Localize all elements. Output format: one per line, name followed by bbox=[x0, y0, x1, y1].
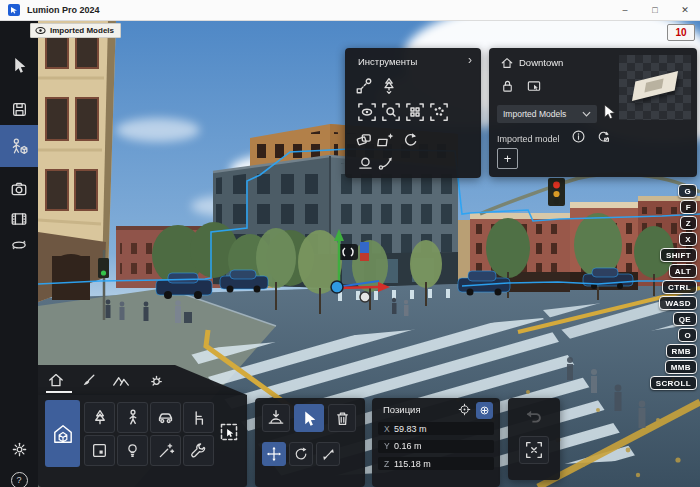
kbd-f: F bbox=[680, 200, 697, 214]
tools-expand-chevron-icon[interactable]: › bbox=[468, 53, 472, 67]
tools-panel-title: Инструменты bbox=[358, 56, 417, 67]
position-panel: Позиция X 59.83 m Y 0.16 m Z 115.18 m bbox=[372, 398, 500, 487]
measure-distance-tool[interactable] bbox=[355, 77, 373, 95]
objects-mode-button[interactable] bbox=[0, 125, 38, 167]
focus-selection-button[interactable] bbox=[519, 436, 549, 464]
reimport-model-icon[interactable] bbox=[595, 129, 611, 144]
tab-materials-brush[interactable] bbox=[76, 368, 100, 392]
category-nature-button[interactable] bbox=[84, 402, 115, 433]
maximize-button[interactable]: □ bbox=[640, 0, 670, 20]
undo-button[interactable] bbox=[523, 406, 543, 426]
kbd-qe: QE bbox=[673, 312, 697, 326]
transform-panel bbox=[255, 398, 365, 487]
rotate-tool-button[interactable] bbox=[289, 442, 313, 466]
kbd-mmb: MMB bbox=[665, 360, 697, 374]
kbd-alt: ALT bbox=[669, 264, 697, 278]
kbd-o: O bbox=[678, 328, 697, 342]
select-scattered-tool[interactable] bbox=[429, 102, 449, 122]
category-dropdown[interactable]: Imported Models bbox=[497, 105, 597, 123]
align-snap-tool[interactable] bbox=[377, 131, 395, 149]
snap-settings-icon[interactable] bbox=[458, 403, 471, 416]
imported-model-section-label: Imported model bbox=[497, 134, 560, 144]
select-tool-button[interactable] bbox=[294, 404, 324, 432]
mode-sidebar: ? bbox=[0, 20, 38, 487]
category-furniture-button[interactable] bbox=[183, 402, 214, 433]
lock-icon[interactable] bbox=[500, 78, 515, 94]
active-tab-underline bbox=[46, 391, 72, 393]
kbd-g: G bbox=[678, 184, 697, 198]
close-button[interactable]: ✕ bbox=[670, 0, 700, 20]
category-decals-button[interactable] bbox=[84, 435, 115, 466]
notification-count-badge[interactable]: 10 bbox=[667, 24, 695, 41]
kbd-x: X bbox=[679, 232, 697, 246]
help-button[interactable]: ? bbox=[0, 463, 38, 487]
place-object-button[interactable] bbox=[262, 404, 290, 432]
lumion-app-window: Lumion Pro 2024 – □ ✕ 10 Imported Models bbox=[0, 0, 700, 487]
select-pointer-icon[interactable] bbox=[602, 104, 617, 121]
category-dropdown-value: Imported Models bbox=[503, 109, 582, 119]
delete-object-button[interactable] bbox=[328, 404, 356, 432]
z-axis-value: 115.18 m bbox=[394, 459, 431, 469]
tab-objects-home[interactable] bbox=[44, 368, 68, 392]
position-y-field[interactable]: Y 0.16 m bbox=[378, 440, 494, 453]
position-z-field[interactable]: Z 115.18 m bbox=[378, 457, 494, 470]
eye-icon bbox=[35, 26, 46, 35]
kbd-shift: SHIFT bbox=[660, 248, 697, 262]
position-panel-title: Позиция bbox=[383, 404, 421, 415]
category-effects-button[interactable] bbox=[150, 435, 181, 466]
object-scale-randomize-tool[interactable] bbox=[380, 77, 398, 95]
window-title: Lumion Pro 2024 bbox=[27, 5, 100, 15]
imported-models-chip-label: Imported Models bbox=[50, 26, 114, 35]
kbd-wasd: WASD bbox=[659, 296, 697, 310]
info-icon[interactable] bbox=[571, 129, 586, 144]
gizmo-handle-primary bbox=[331, 281, 343, 293]
marquee-select-button[interactable] bbox=[216, 419, 242, 445]
minimize-button[interactable]: – bbox=[610, 0, 640, 20]
reset-undo-tool[interactable] bbox=[401, 131, 419, 149]
kbd-z: Z bbox=[680, 216, 697, 230]
model-thumbnail[interactable] bbox=[619, 55, 691, 120]
photo-mode-button[interactable] bbox=[0, 172, 38, 206]
save-project-button[interactable] bbox=[0, 92, 38, 126]
y-axis-label: Y bbox=[384, 441, 394, 451]
absolute-position-toggle[interactable] bbox=[476, 402, 493, 419]
position-x-field[interactable]: X 59.83 m bbox=[378, 422, 494, 435]
show-selection-tool[interactable] bbox=[357, 102, 377, 122]
question-mark-icon: ? bbox=[11, 472, 28, 487]
category-buildings-button[interactable] bbox=[45, 400, 80, 467]
object-panel: Downtown Imported Models Imported model … bbox=[489, 48, 697, 177]
x-axis-value: 59.83 m bbox=[394, 424, 427, 434]
category-lights-button[interactable] bbox=[117, 435, 148, 466]
chevron-down-icon bbox=[582, 111, 591, 117]
category-people-button[interactable] bbox=[117, 402, 148, 433]
kbd-rmb: RMB bbox=[666, 344, 697, 358]
imported-models-visibility-chip[interactable]: Imported Models bbox=[30, 23, 121, 38]
add-model-button[interactable]: + bbox=[497, 148, 518, 169]
gizmo-handle-secondary bbox=[360, 292, 370, 302]
category-transport-button[interactable] bbox=[150, 402, 181, 433]
zoom-to-selection-tool[interactable] bbox=[381, 102, 401, 122]
y-axis-value: 0.16 m bbox=[394, 441, 422, 451]
move-tool-button[interactable] bbox=[262, 442, 286, 466]
object-categories-panel bbox=[38, 395, 247, 487]
randomize-rotation-tool[interactable] bbox=[355, 131, 373, 149]
title-bar: Lumion Pro 2024 – □ ✕ bbox=[0, 0, 700, 21]
select-all-similar-tool[interactable] bbox=[405, 102, 425, 122]
lumion-logo-icon bbox=[8, 4, 20, 16]
history-focus-panel bbox=[508, 398, 560, 480]
category-utilities-button[interactable] bbox=[183, 435, 214, 466]
project-name: Downtown bbox=[519, 57, 563, 68]
settings-button[interactable] bbox=[0, 432, 38, 466]
tools-panel: Инструменты › bbox=[345, 48, 481, 178]
home-project-icon bbox=[500, 56, 514, 70]
z-axis-label: Z bbox=[384, 459, 394, 469]
slope-orientation-tool[interactable] bbox=[377, 154, 395, 172]
select-mode-button[interactable] bbox=[0, 48, 38, 82]
scale-tool-button[interactable] bbox=[316, 442, 340, 466]
place-on-ground-tool[interactable] bbox=[357, 154, 375, 172]
panorama-mode-button[interactable] bbox=[0, 228, 38, 262]
tab-landscape-mountains[interactable] bbox=[109, 368, 133, 392]
tab-weather-sun[interactable] bbox=[144, 368, 168, 392]
kbd-ctrl: CTRL bbox=[662, 280, 697, 294]
screen-placement-icon[interactable] bbox=[526, 79, 542, 94]
